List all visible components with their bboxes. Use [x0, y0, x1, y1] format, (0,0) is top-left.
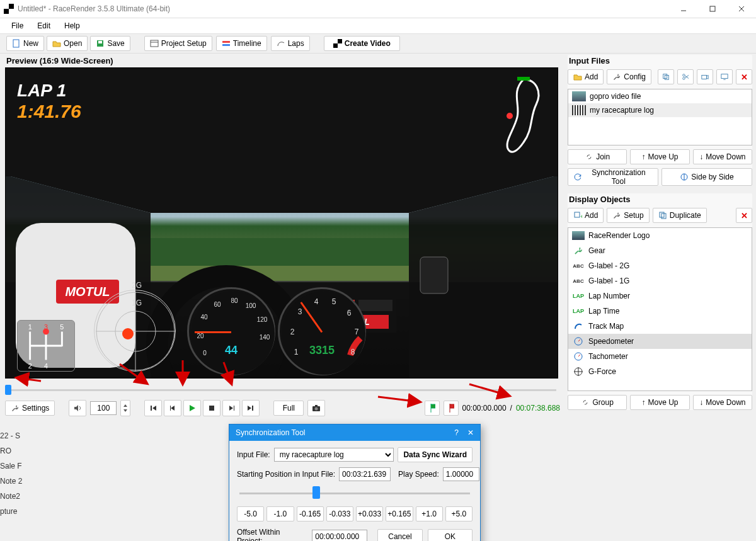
- project-setup-button[interactable]: Project Setup: [144, 36, 212, 51]
- step-back-button[interactable]: [164, 400, 181, 416]
- create-video-button[interactable]: Create Video: [324, 36, 400, 51]
- menu-file[interactable]: File: [6, 20, 28, 32]
- menu-help[interactable]: Help: [59, 20, 85, 32]
- stop-button[interactable]: [203, 400, 220, 416]
- sync-dialog-titlebar[interactable]: Synchronization Tool ? ✕: [229, 424, 480, 441]
- data-sync-wizard-button[interactable]: Data Sync Wizard: [398, 447, 472, 462]
- compare-icon: [680, 173, 689, 181]
- nudge-button[interactable]: -5.0: [237, 506, 264, 521]
- svg-text:1: 1: [28, 323, 32, 331]
- timeline-scrubber[interactable]: [5, 384, 560, 396]
- input-file-item[interactable]: gopro video file: [568, 89, 752, 103]
- volume-input[interactable]: [90, 401, 117, 415]
- play-button[interactable]: [183, 400, 201, 416]
- nudge-button[interactable]: +1.0: [416, 506, 443, 521]
- input-move-up-button[interactable]: ↑ Move Up: [630, 149, 689, 164]
- settings-button[interactable]: Settings: [5, 401, 55, 416]
- svg-text:5: 5: [60, 323, 64, 331]
- skip-back-button[interactable]: [144, 400, 162, 416]
- input-move-down-button[interactable]: ↓ Move Down: [693, 149, 752, 164]
- display-object-item[interactable]: RaceRender Logo: [568, 228, 752, 243]
- input-file-item[interactable]: my racecapture log: [568, 103, 752, 117]
- close-button[interactable]: [727, 0, 756, 18]
- laps-button[interactable]: Laps: [271, 36, 310, 51]
- new-button[interactable]: New: [6, 36, 44, 51]
- nudge-button[interactable]: +0.165: [386, 506, 413, 521]
- display-object-item[interactable]: ABCG-label - 1G: [568, 273, 752, 288]
- input-files-list[interactable]: gopro video file my racecapture log: [568, 89, 752, 145]
- input-files-panel: Input Files Add Config ✕ gopro video fil…: [568, 55, 752, 186]
- input-tool-1[interactable]: [658, 69, 674, 84]
- display-object-item[interactable]: Tachometer: [568, 349, 752, 364]
- nudge-button[interactable]: -0.033: [326, 506, 353, 521]
- snapshot-button[interactable]: [307, 400, 325, 416]
- input-tool-scissors[interactable]: [677, 69, 694, 84]
- mute-button[interactable]: [69, 400, 86, 416]
- help-icon[interactable]: ?: [454, 428, 459, 437]
- svg-text:20: 20: [197, 333, 204, 339]
- svg-text:2: 2: [290, 327, 295, 336]
- maximize-button[interactable]: [698, 0, 727, 18]
- sync-tool-button[interactable]: Synchronization Tool: [568, 168, 658, 186]
- nudge-button[interactable]: +5.0: [445, 506, 472, 521]
- display-object-item[interactable]: Speedometer: [568, 334, 752, 349]
- flag-in-button[interactable]: [425, 401, 440, 416]
- input-file-select[interactable]: my racecapture log: [274, 448, 394, 462]
- setup-object-button[interactable]: Setup: [607, 208, 649, 223]
- sync-slider[interactable]: [237, 486, 472, 501]
- skip-fwd-button[interactable]: [242, 400, 260, 416]
- timeline-button[interactable]: Timeline: [216, 36, 267, 51]
- menu-edit[interactable]: Edit: [32, 20, 55, 32]
- config-input-button[interactable]: Config: [607, 69, 651, 84]
- dialog-close-icon[interactable]: ✕: [467, 428, 474, 437]
- sync-slider-thumb[interactable]: [312, 486, 320, 499]
- obj-move-down-button[interactable]: ↓ Move Down: [693, 395, 752, 410]
- volume-stepper[interactable]: [120, 400, 130, 416]
- nudge-button[interactable]: -1.0: [266, 506, 294, 521]
- svg-point-74: [683, 77, 685, 79]
- scrubber-thumb[interactable]: [5, 385, 11, 395]
- target-icon: [572, 367, 585, 377]
- add-input-button[interactable]: Add: [568, 69, 604, 84]
- nudge-button[interactable]: +0.033: [356, 506, 383, 521]
- ok-button[interactable]: OK: [428, 529, 472, 541]
- preview-canvas[interactable]: MOTUL MOTUL LAP 1 1: [5, 67, 558, 379]
- cancel-button[interactable]: Cancel: [377, 529, 422, 541]
- step-fwd-button[interactable]: [222, 400, 240, 416]
- display-object-item[interactable]: LAPLap Time: [568, 304, 752, 319]
- offset-input[interactable]: [312, 530, 367, 541]
- obj-move-up-button[interactable]: ↑ Move Up: [630, 395, 689, 410]
- nudge-button[interactable]: -0.165: [297, 506, 324, 521]
- join-button[interactable]: Join: [568, 149, 627, 164]
- display-object-item[interactable]: G-Force: [568, 364, 752, 379]
- group-button[interactable]: Group: [568, 395, 627, 410]
- lap-number: LAP 1: [17, 81, 81, 101]
- input-tool-camera[interactable]: [697, 69, 713, 84]
- add-object-button[interactable]: +Add: [568, 208, 604, 223]
- display-object-item[interactable]: Gear: [568, 243, 752, 258]
- start-pos-input[interactable]: [339, 467, 391, 481]
- full-button[interactable]: Full: [273, 401, 304, 416]
- sync-icon: [573, 173, 582, 181]
- flag-out-button[interactable]: [444, 401, 459, 416]
- svg-text:120: 120: [257, 316, 268, 323]
- minimize-button[interactable]: [669, 0, 698, 18]
- display-object-item[interactable]: ABCG-label - 2G: [568, 258, 752, 273]
- display-object-item[interactable]: LAPLap Number: [568, 288, 752, 304]
- delete-input-button[interactable]: ✕: [736, 69, 752, 84]
- open-button[interactable]: Open: [47, 36, 88, 51]
- side-by-side-button[interactable]: Side by Side: [662, 168, 752, 186]
- delete-object-button[interactable]: ✕: [736, 208, 752, 223]
- svg-text:4: 4: [314, 297, 319, 306]
- svg-point-73: [683, 74, 685, 76]
- play-speed-input[interactable]: [443, 467, 479, 481]
- abc-icon: ABC: [572, 276, 585, 286]
- display-objects-list[interactable]: RaceRender LogoGearABCG-label - 2GABCG-l…: [568, 227, 752, 391]
- svg-text:3: 3: [298, 307, 302, 316]
- save-button[interactable]: Save: [90, 36, 130, 51]
- open-icon: [52, 39, 61, 48]
- input-tool-monitor[interactable]: [716, 69, 733, 84]
- duplicate-object-button[interactable]: Duplicate: [653, 208, 707, 223]
- folder-icon: [573, 72, 582, 81]
- display-object-item[interactable]: Track Map: [568, 319, 752, 334]
